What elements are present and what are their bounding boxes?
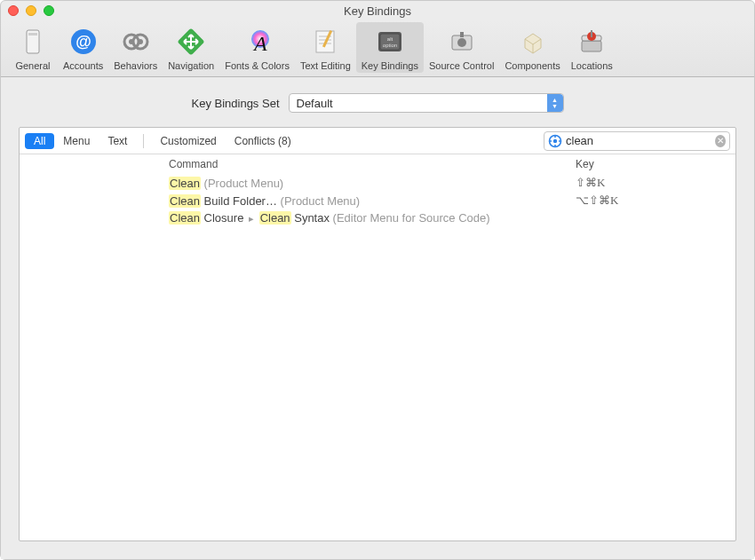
tab-label: Key Bindings [362,60,418,71]
key-bindings-set-row: Key Bindings Set Default ▲▼ [19,93,736,113]
svg-point-7 [138,39,143,44]
set-label: Key Bindings Set [191,97,279,110]
svg-text:A: A [252,32,267,55]
command-cell: Clean (Product Menu) [20,177,558,190]
tab-label: Accounts [63,60,103,71]
filter-text[interactable]: Text [99,133,136,149]
tab-key-bindings[interactable]: alt option Key Bindings [356,22,424,73]
search-scope-icon[interactable] [548,134,562,148]
column-command: Command [20,158,558,170]
source-control-icon [444,24,480,59]
titlebar: Key Bindings [1,1,754,20]
tab-components[interactable]: Components [499,22,565,73]
components-icon [515,24,551,59]
tab-locations[interactable]: Locations [566,22,618,73]
table-row[interactable]: Clean Closure ▸ Clean Syntax (Editor Men… [20,209,735,226]
tab-label: Source Control [429,60,494,71]
clear-search-button[interactable]: ✕ [715,135,726,147]
filter-bar: All Menu Text Customized Conflicts (8) [20,128,735,154]
tab-behaviors[interactable]: Behaviors [108,22,163,73]
results-list: Clean (Product Menu)⇧⌘KClean Build Folde… [20,174,735,226]
filter-customized[interactable]: Customized [151,133,225,149]
preferences-toolbar: General @ Accounts Behaviors [1,20,754,77]
general-icon [15,24,51,59]
tab-label: Behaviors [114,60,157,71]
svg-point-6 [129,39,134,44]
tab-fonts-colors[interactable]: A Fonts & Colors [219,22,295,73]
svg-point-28 [553,138,557,142]
svg-rect-22 [460,32,464,37]
svg-rect-26 [591,30,592,37]
fonts-colors-icon: A [240,24,275,59]
tab-label: Text Editing [300,60,351,71]
svg-text:@: @ [76,33,91,51]
tab-label: Locations [571,60,613,71]
table-row[interactable]: Clean (Product Menu)⇧⌘K [20,174,735,192]
filter-menu[interactable]: Menu [54,133,99,149]
tab-label: Fonts & Colors [225,60,290,71]
search-field-container: ✕ [544,131,730,151]
preferences-window: Key Bindings General @ Accounts [0,0,755,560]
accounts-icon: @ [66,24,101,59]
window-title: Key Bindings [1,4,754,18]
tab-general[interactable]: General [8,22,58,73]
close-window-button[interactable] [8,5,19,16]
svg-rect-1 [28,33,37,35]
behaviors-icon [118,24,154,59]
tab-accounts[interactable]: @ Accounts [58,22,108,73]
svg-text:alt: alt [387,36,393,42]
search-input[interactable] [566,134,715,147]
key-bindings-icon: alt option [372,24,408,59]
svg-rect-23 [582,41,601,51]
key-cell: ⇧⌘K [558,176,735,190]
window-controls [8,5,54,16]
content-area: Key Bindings Set Default ▲▼ All Menu Tex… [1,77,754,559]
svg-text:option: option [383,43,397,48]
tab-text-editing[interactable]: Text Editing [295,22,356,73]
key-cell: ⌥⇧⌘K [558,193,735,208]
tab-source-control[interactable]: Source Control [424,22,499,73]
zoom-window-button[interactable] [44,5,54,16]
bindings-panel: All Menu Text Customized Conflicts (8) [19,127,736,541]
command-cell: Clean Build Folder… (Product Menu) [20,194,558,208]
svg-point-21 [457,38,466,47]
tab-label: Navigation [168,60,214,71]
table-row[interactable]: Clean Build Folder… (Product Menu)⌥⇧⌘K [20,192,735,209]
filter-all[interactable]: All [25,133,54,149]
list-header: Command Key [20,154,735,174]
tab-label: Components [505,60,560,71]
minimize-window-button[interactable] [26,5,36,16]
tab-navigation[interactable]: Navigation [163,22,219,73]
filter-conflicts[interactable]: Conflicts (8) [226,133,300,149]
column-key: Key [558,158,735,170]
popup-stepper-icon: ▲▼ [547,94,563,112]
command-cell: Clean Closure ▸ Clean Syntax (Editor Men… [20,211,558,225]
text-editing-icon [307,24,343,59]
locations-icon [574,24,609,59]
tab-label: General [15,60,50,71]
separator [143,134,144,148]
navigation-icon [173,24,209,59]
popup-value: Default [297,97,333,110]
key-bindings-set-popup[interactable]: Default ▲▼ [289,93,564,113]
